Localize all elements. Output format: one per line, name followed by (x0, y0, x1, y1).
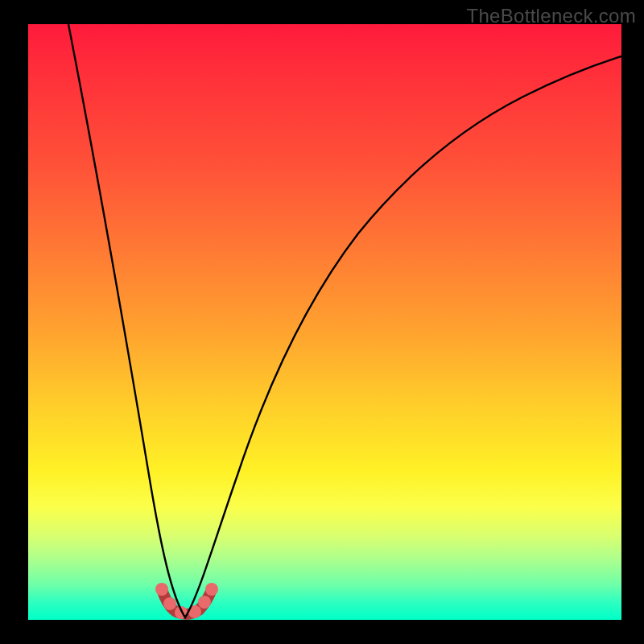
optimum-marker-dot (198, 596, 211, 609)
optimum-marker-dot (163, 597, 176, 610)
optimum-marker-dot (205, 583, 218, 596)
chart-svg (28, 24, 621, 620)
optimum-marker-dot (155, 583, 168, 596)
watermark-text: TheBottleneck.com (466, 5, 636, 27)
bottleneck-curve (68, 24, 621, 617)
chart-plot-area (28, 24, 621, 620)
